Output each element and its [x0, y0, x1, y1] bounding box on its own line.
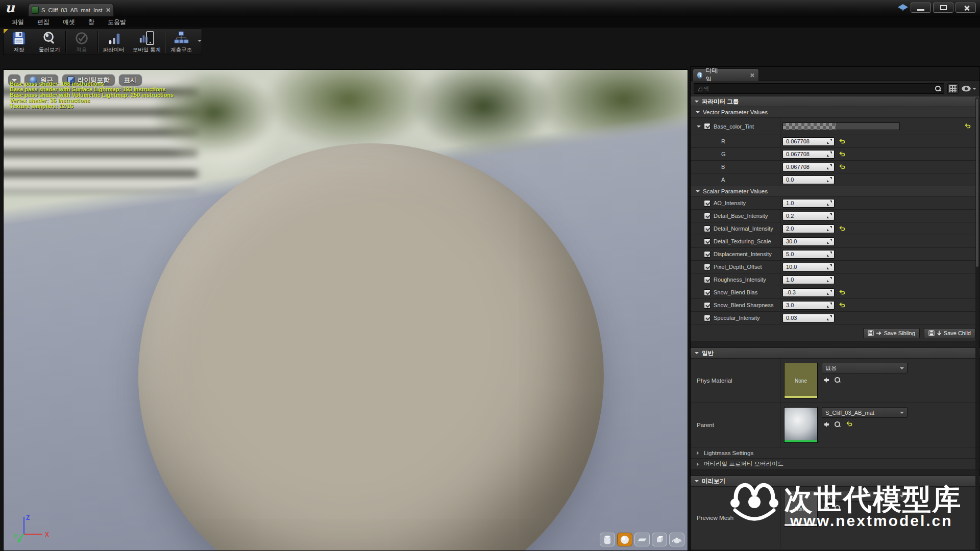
search-box: [694, 83, 944, 94]
maximize-button[interactable]: [933, 3, 953, 13]
browse-asset-icon[interactable]: [834, 377, 841, 383]
search-input[interactable]: [694, 86, 944, 92]
menu-item[interactable]: 파일: [5, 17, 31, 28]
reset-to-default-icon[interactable]: [839, 151, 845, 158]
browse-asset-icon[interactable]: [834, 421, 841, 428]
drag-spinner-icon[interactable]: [826, 151, 832, 157]
drag-spinner-icon[interactable]: [826, 251, 832, 257]
use-selected-asset-icon[interactable]: [822, 378, 829, 383]
use-selected-asset-icon[interactable]: [822, 422, 829, 427]
param-checkbox[interactable]: [704, 238, 710, 245]
drag-spinner-icon[interactable]: [826, 177, 832, 183]
param-checkbox[interactable]: [704, 315, 710, 321]
section-vector-parameter-values[interactable]: Vector Parameter Values: [691, 107, 979, 118]
drag-spinner-icon[interactable]: [826, 164, 832, 170]
asset-tab-close-icon[interactable]: [106, 8, 110, 12]
drag-spinner-icon[interactable]: [826, 213, 832, 219]
save-sibling-button[interactable]: Save Sibling: [863, 328, 920, 338]
reset-to-default-icon[interactable]: [964, 123, 971, 130]
value-input[interactable]: 0.03: [782, 314, 835, 322]
value-input[interactable]: 30.0: [782, 237, 835, 246]
parent-material-dropdown[interactable]: S_Cliff_03_AB_mat: [822, 407, 908, 418]
param-checkbox[interactable]: [704, 264, 710, 270]
drag-spinner-icon[interactable]: [826, 264, 832, 270]
drag-spinner-icon[interactable]: [826, 238, 832, 244]
color-swatch[interactable]: [782, 122, 900, 130]
preview-shape-teapot-button[interactable]: [669, 533, 684, 546]
asset-tab[interactable]: S_Cliff_03_AB_mat_Inst*: [28, 3, 114, 16]
section-scalar-parameter-values[interactable]: Scalar Parameter Values: [691, 186, 979, 197]
menu-item[interactable]: 창: [82, 17, 101, 28]
value-input[interactable]: 5.0: [782, 250, 835, 259]
parent-material-thumbnail[interactable]: [784, 407, 818, 443]
reset-to-default-icon[interactable]: [846, 421, 852, 428]
tutorial-icon[interactable]: [897, 4, 909, 12]
section-general[interactable]: 일반: [691, 348, 979, 359]
value-input[interactable]: 1.0: [782, 276, 835, 284]
preview-shape-cube-button[interactable]: [652, 533, 667, 546]
drag-spinner-icon[interactable]: [826, 138, 832, 144]
reset-to-default-icon[interactable]: [839, 164, 845, 170]
material-property-overrides-row[interactable]: 머티리얼 프로퍼티 오버라이드: [691, 459, 979, 470]
expand-icon[interactable]: [697, 126, 701, 130]
drag-spinner-icon[interactable]: [826, 226, 832, 232]
teapot-icon: [672, 536, 682, 544]
value-input[interactable]: 2.0: [782, 224, 835, 233]
browse-button[interactable]: 둘러보기: [34, 29, 65, 55]
phys-material-thumbnail[interactable]: None: [784, 363, 818, 398]
drag-spinner-icon[interactable]: [826, 200, 832, 206]
param-checkbox[interactable]: [704, 289, 710, 296]
drag-spinner-icon[interactable]: [826, 315, 832, 321]
close-button[interactable]: [955, 3, 976, 13]
param-checkbox[interactable]: [704, 200, 710, 207]
scalar-param-row: Pixel_Depth_Offset 10.0: [691, 261, 979, 273]
param-checkbox[interactable]: [704, 123, 710, 130]
value-input[interactable]: 10.0: [782, 263, 835, 271]
expand-icon: [695, 101, 699, 105]
reset-to-default-icon[interactable]: [839, 302, 845, 309]
value-input[interactable]: 1.0: [782, 199, 835, 208]
value-input[interactable]: 3.0: [782, 301, 835, 310]
value-input[interactable]: 0.2: [782, 212, 835, 220]
hierarchy-button[interactable]: 계층구조: [166, 29, 197, 55]
minimize-button[interactable]: [911, 3, 931, 13]
preview-shape-cylinder-button[interactable]: [600, 533, 615, 546]
menu-item[interactable]: 도움말: [101, 17, 133, 28]
param-checkbox[interactable]: [704, 277, 710, 283]
mobile-stats-button[interactable]: 모바일 통계: [129, 29, 165, 55]
value-input[interactable]: 0.067708: [782, 150, 835, 159]
param-checkbox[interactable]: [704, 302, 710, 309]
drag-spinner-icon[interactable]: [826, 277, 832, 283]
value-input[interactable]: 0.0: [782, 176, 835, 184]
save-child-button[interactable]: Save Child: [924, 328, 975, 338]
menu-item[interactable]: 애셋: [56, 17, 82, 28]
value-input[interactable]: -0.3: [782, 288, 835, 297]
reset-to-default-icon[interactable]: [839, 226, 845, 232]
param-checkbox[interactable]: [704, 213, 710, 219]
phys-material-dropdown[interactable]: 없음: [822, 363, 908, 373]
svg-text:Y: Y: [14, 533, 18, 539]
view-options-button[interactable]: [962, 86, 976, 92]
section-parameter-groups[interactable]: 파라미터 그룹: [691, 96, 979, 107]
save-button[interactable]: 저장: [4, 29, 34, 55]
drag-spinner-icon[interactable]: [826, 302, 832, 308]
reset-to-default-icon[interactable]: [839, 138, 845, 145]
details-tab[interactable]: 디테일: [693, 68, 759, 81]
preview-viewport[interactable]: 원근 라이팅포함 표시 Base pass shader: 168 instru…: [3, 69, 688, 551]
param-checkbox[interactable]: [704, 226, 710, 232]
details-tab-close-icon[interactable]: [750, 73, 754, 78]
drag-spinner-icon[interactable]: [826, 289, 832, 295]
value-input[interactable]: 0.067708: [782, 163, 835, 171]
value-input[interactable]: 0.067708: [782, 137, 835, 146]
preview-shape-sphere-button[interactable]: [617, 533, 632, 546]
hierarchy-dropdown-icon[interactable]: [198, 40, 202, 44]
parameters-button[interactable]: 파라미터: [99, 29, 129, 55]
reset-to-default-icon[interactable]: [839, 289, 845, 296]
lightmass-settings-row[interactable]: Lightmass Settings: [691, 447, 979, 459]
menu-item[interactable]: 편집: [31, 17, 56, 28]
sphere-icon: [620, 535, 629, 544]
apply-button[interactable]: 적용: [66, 29, 97, 55]
preview-shape-plane-button[interactable]: [634, 533, 650, 546]
param-checkbox[interactable]: [704, 251, 710, 258]
property-matrix-icon[interactable]: [947, 83, 959, 94]
